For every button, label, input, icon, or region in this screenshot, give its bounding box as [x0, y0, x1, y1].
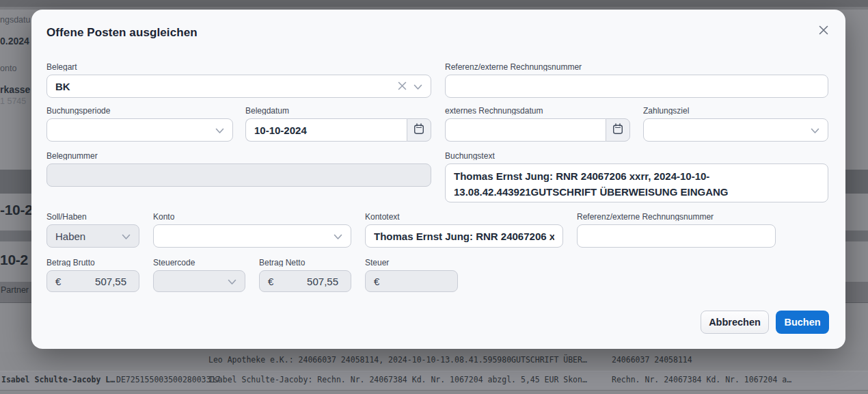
buchungstext-label: Buchungstext	[445, 151, 828, 160]
kontotext-input[interactable]: Thomas Ernst Jung: RNR 24067206 xxrr, 20…	[365, 224, 563, 248]
belegnummer-field: Belegnummer	[46, 151, 431, 187]
buchungstext-field: Buchungstext Thomas Ernst Jung: RNR 2406…	[445, 151, 828, 202]
chevron-down-icon[interactable]	[413, 81, 422, 92]
referenz-extern-label: Referenz/externe Rechnungsnummer	[445, 62, 828, 71]
belegart-label: Belegart	[46, 62, 431, 71]
chevron-down-icon[interactable]	[215, 124, 224, 136]
belegdatum-field: Belegdatum 10-10-2024	[245, 106, 431, 142]
belegdatum-input[interactable]: 10-10-2024	[245, 118, 407, 142]
steuercode-label: Steuercode	[153, 258, 245, 267]
table-cell-ref: 24066037 24058114	[612, 355, 692, 365]
calendar-icon	[612, 123, 623, 137]
externes-rechnungsdatum-label: externes Rechnungsdatum	[445, 106, 630, 115]
table-cell-iban: DE72515500350028003317	[116, 375, 220, 384]
backdrop-iban-fragment: 1 5745	[0, 96, 26, 106]
backdrop-date-group-1: -10-2	[0, 202, 33, 218]
kontotext-label: Kontotext	[365, 212, 563, 221]
table-cell-ref: Rechn. Nr. 24067384 Kd. Nr. 1067204 a…	[612, 375, 791, 384]
submit-button[interactable]: Buchen	[776, 311, 829, 334]
table-cell-text: Leo Apotheke e.K.: 24066037 24058114, 20…	[208, 355, 587, 365]
chevron-down-icon	[122, 231, 131, 242]
belegdatum-calendar-button[interactable]	[407, 118, 431, 142]
backdrop-date-group-2: 10-2	[0, 252, 28, 268]
backdrop-label-konto: onto	[0, 64, 16, 73]
dialog-title: Offene Posten ausgleichen	[46, 26, 198, 40]
clear-icon[interactable]	[398, 81, 407, 92]
externes-rechnungsdatum-calendar-button[interactable]	[606, 118, 630, 142]
konto-label: Konto	[153, 212, 351, 221]
soll-haben-field: Soll/Haben Haben	[46, 212, 139, 248]
background-toolbar	[0, 0, 868, 7]
buchungsperiode-select[interactable]	[46, 118, 233, 142]
belegdatum-label: Belegdatum	[245, 106, 431, 115]
chevron-down-icon	[228, 276, 236, 287]
betrag-netto-label: Betrag Netto	[259, 258, 351, 267]
externes-rechnungsdatum-input[interactable]	[445, 118, 606, 142]
belegart-select[interactable]: BK	[46, 75, 431, 98]
buchungsperiode-label: Buchungsperiode	[46, 106, 233, 115]
referenz-extern-field-2: Referenz/externe Rechnungsnummer	[577, 212, 776, 248]
konto-select[interactable]	[153, 224, 351, 248]
belegart-field: Belegart BK	[46, 62, 431, 98]
konto-field: Konto	[153, 212, 351, 248]
referenz-extern-input-1[interactable]	[445, 75, 828, 98]
betrag-brutto-field: Betrag Brutto € 507,55	[46, 258, 139, 292]
backdrop-value-buchungsdatum: 0.2024	[0, 36, 29, 47]
referenz-extern-input-2[interactable]	[577, 224, 776, 248]
background-table-row-edge	[0, 390, 868, 394]
settle-open-items-dialog: Offene Posten ausgleichen Belegart BK Re…	[31, 10, 845, 349]
backdrop-value-konto: rkasse	[0, 84, 30, 95]
steuer-input: €	[365, 270, 458, 292]
steuer-field: Steuer €	[365, 258, 458, 292]
currency-symbol: €	[55, 276, 95, 287]
steuercode-field: Steuercode	[153, 258, 245, 292]
zahlungsziel-label: Zahlungsziel	[643, 106, 828, 115]
chevron-down-icon[interactable]	[334, 231, 342, 242]
table-cell-partner: Isabel Schulte-Jacoby L…	[1, 375, 115, 384]
cancel-button[interactable]: Abbrechen	[701, 311, 769, 334]
betrag-brutto-input: € 507,55	[46, 270, 139, 292]
currency-symbol: €	[374, 276, 445, 287]
soll-haben-label: Soll/Haben	[46, 212, 139, 221]
belegnummer-label: Belegnummer	[46, 151, 431, 160]
steuercode-select	[153, 270, 245, 292]
backdrop-label-buchungsdatum: ngsdatu	[0, 15, 30, 25]
chevron-down-icon[interactable]	[811, 124, 819, 136]
kontotext-field: Kontotext Thomas Ernst Jung: RNR 2406720…	[365, 212, 563, 248]
backdrop-partner-column-header: Partner	[1, 285, 29, 295]
betrag-netto-field: Betrag Netto € 507,55	[259, 258, 351, 292]
steuer-label: Steuer	[365, 258, 458, 267]
buchungstext-textarea[interactable]: Thomas Ernst Jung: RNR 24067206 xxrr, 20…	[445, 163, 828, 202]
referenz-extern-field-1: Referenz/externe Rechnungsnummer	[445, 62, 828, 98]
buchungsperiode-field: Buchungsperiode	[46, 106, 233, 142]
zahlungsziel-field: Zahlungsziel	[643, 106, 828, 142]
table-cell-text: Isabel Schulte-Jacoby: Rechn. Nr. 240673…	[208, 375, 587, 384]
betrag-brutto-label: Betrag Brutto	[46, 258, 139, 267]
referenz-extern-label: Referenz/externe Rechnungsnummer	[577, 212, 776, 221]
betrag-netto-input: € 507,55	[259, 270, 351, 292]
zahlungsziel-select[interactable]	[643, 118, 828, 142]
currency-symbol: €	[268, 276, 307, 287]
externes-rechnungsdatum-field: externes Rechnungsdatum	[445, 106, 630, 142]
belegnummer-input	[46, 163, 431, 187]
close-button[interactable]	[817, 25, 830, 38]
calendar-icon	[413, 123, 424, 137]
close-icon	[818, 25, 829, 38]
soll-haben-select: Haben	[46, 224, 139, 248]
